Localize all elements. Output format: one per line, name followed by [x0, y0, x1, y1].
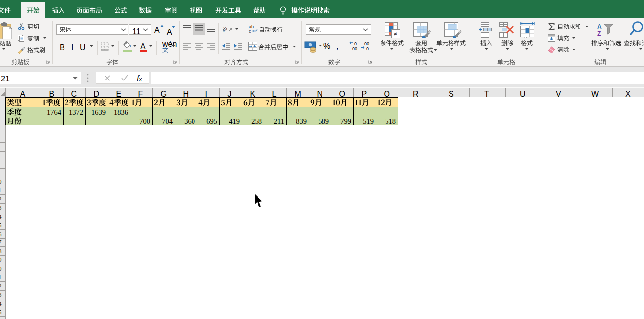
- svg-text:c: c: [249, 29, 251, 34]
- svg-text:Z: Z: [597, 30, 601, 37]
- svg-text:≠: ≠: [394, 31, 397, 37]
- svg-text:.0: .0: [365, 46, 369, 51]
- svg-text:A: A: [597, 23, 602, 30]
- svg-text:ab: ab: [223, 25, 228, 33]
- svg-text:.00: .00: [363, 41, 370, 46]
- svg-text:.00: .00: [351, 46, 358, 51]
- svg-text:.0: .0: [353, 41, 357, 46]
